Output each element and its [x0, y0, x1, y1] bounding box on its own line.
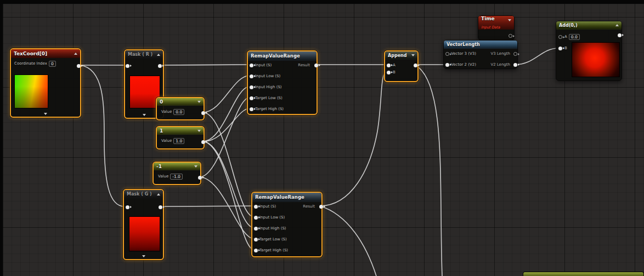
node-vectorlength-header[interactable]: VectorLength [444, 41, 517, 49]
wire-texcoord-maskg[interactable] [80, 65, 125, 206]
expand-toggle-icon[interactable] [142, 255, 145, 257]
add-a-value-box[interactable]: 0.0 [569, 34, 580, 40]
append-b-input-pin[interactable] [387, 71, 391, 74]
wire-remap2-append-b[interactable] [320, 72, 386, 206]
vectorlength-v3-input-pin[interactable] [445, 52, 449, 56]
wire-maskg-remap2[interactable] [161, 206, 254, 206]
remap-bottom-inputhigh-pin[interactable] [254, 227, 258, 231]
pin-label: Vector 2 (V2) [451, 62, 476, 67]
vectorlength-v2-input-pin[interactable] [445, 63, 449, 67]
mask-r-output-pin[interactable] [158, 64, 162, 68]
mask-g-preview [129, 216, 160, 251]
wire-maskr-remap1[interactable] [160, 65, 250, 65]
add-b-input-pin[interactable] [558, 47, 562, 50]
node-remap-top-header[interactable]: RemapValueRange [248, 51, 317, 61]
coordinate-index-value[interactable]: 0 [49, 61, 56, 67]
node-vectorlength[interactable]: VectorLength Vector 3 (V3) V3 Length Vec… [443, 40, 518, 69]
node-append[interactable]: Append A B [384, 50, 419, 82]
mask-g-output-pin[interactable] [159, 205, 162, 209]
node-constant-1[interactable]: 1 Value 1.0 [156, 126, 205, 150]
node-title: RemapValueRange [251, 53, 314, 59]
remap-top-result-pin[interactable] [314, 64, 318, 67]
remap-top-targetlow-pin[interactable] [250, 96, 253, 100]
value-box[interactable]: -1.0 [170, 174, 183, 180]
node-constant-neg1[interactable]: -1 Value -1.0 [152, 162, 201, 185]
collapse-up-icon[interactable] [615, 24, 619, 26]
coordinate-index-row: Coordinate Index 0 [14, 61, 72, 67]
time-output-pin[interactable] [509, 34, 512, 38]
pin-label: Input Low (S) [255, 74, 280, 78]
node-constant-1-header[interactable]: 1 [157, 127, 204, 135]
collapse-up-icon[interactable] [74, 53, 77, 55]
collapse-down-icon[interactable] [194, 165, 197, 168]
node-mask-r-header[interactable]: Mask ( R ) [125, 50, 163, 59]
vectorlength-v2length-output-pin[interactable] [513, 63, 517, 67]
mask-g-input-pin[interactable] [126, 205, 129, 209]
node-mask-g-header[interactable]: Mask ( G ) [124, 190, 163, 199]
wire-c0-remap1-low[interactable] [203, 76, 250, 112]
mask-r-input-pin[interactable] [126, 64, 129, 68]
value-row: Value -1.0 [158, 174, 183, 180]
material-graph-canvas[interactable]: TexCoord[0] Coordinate Index 0 Mask ( R … [0, 0, 644, 276]
node-remap-bottom[interactable]: RemapValueRange Input (S) Result Input L… [251, 192, 323, 257]
remap-bottom-inputlow-pin[interactable] [254, 216, 258, 220]
remap-bottom-targethigh-pin[interactable] [254, 249, 258, 252]
node-time-header[interactable]: Time Input Data [478, 16, 514, 30]
collapse-up-icon[interactable] [157, 54, 160, 56]
node-texcoord-header[interactable]: TexCoord[0] [11, 49, 80, 58]
collapse-down-icon[interactable] [508, 19, 511, 21]
node-remap-top[interactable]: RemapValueRange Input (S) Result Input L… [247, 50, 318, 115]
pin-label: Input (S) [259, 204, 276, 209]
node-constant-neg1-header[interactable]: -1 [154, 163, 200, 170]
append-output-pin[interactable] [414, 64, 417, 67]
texcoord-preview [14, 74, 48, 108]
remap-top-input-pin[interactable] [250, 64, 253, 67]
node-append-header[interactable]: Append [385, 51, 417, 60]
node-subtitle: Input Data [481, 26, 500, 30]
value-label: Value [158, 174, 168, 179]
partial-node-header[interactable] [523, 272, 644, 276]
constant-neg1-output-pin[interactable] [198, 176, 202, 180]
add-output-pin[interactable] [618, 33, 622, 37]
node-constant-0[interactable]: 0 Value 0.0 [156, 97, 205, 120]
node-add[interactable]: Add(0,) A 0.0 B [556, 21, 622, 81]
remap-top-inputhigh-pin[interactable] [250, 85, 253, 89]
collapse-down-icon[interactable] [411, 54, 415, 56]
node-mask-g[interactable]: Mask ( G ) [123, 189, 164, 260]
wire-c1-remap1-thigh[interactable] [203, 108, 250, 141]
texcoord-output-pin[interactable] [77, 64, 81, 68]
wire-append-down[interactable] [415, 65, 442, 276]
remap-bottom-result-pin[interactable] [319, 205, 323, 209]
pin-row: Input Low (S) [255, 74, 280, 78]
append-a-input-pin[interactable] [387, 64, 391, 67]
remap-top-inputlow-pin[interactable] [250, 74, 253, 78]
node-constant-0-header[interactable]: 0 [157, 98, 204, 106]
collapse-down-icon[interactable] [197, 101, 201, 103]
node-texcoord[interactable]: TexCoord[0] Coordinate Index 0 [10, 48, 81, 118]
wire-remap2-down[interactable] [320, 206, 376, 276]
constant-0-output-pin[interactable] [201, 111, 205, 115]
node-title: TexCoord[0] [14, 51, 72, 56]
remap-top-targethigh-pin[interactable] [250, 107, 253, 111]
node-title: 0 [160, 99, 195, 105]
wire-v2length-add-b[interactable] [515, 48, 558, 65]
value-box[interactable]: 0.0 [173, 109, 184, 115]
node-add-header[interactable]: Add(0,) [556, 21, 622, 30]
wire-c0-remap2-low[interactable] [203, 112, 254, 217]
expand-toggle-icon[interactable] [143, 114, 146, 116]
vectorlength-v3length-output-pin[interactable] [513, 52, 517, 56]
expand-toggle-icon[interactable] [44, 113, 47, 115]
add-a-input-pin[interactable] [558, 35, 562, 39]
collapse-down-icon[interactable] [197, 130, 201, 132]
node-remap-bottom-header[interactable]: RemapValueRange [252, 193, 321, 202]
pin-label: Input (S) [255, 63, 272, 67]
remap-bottom-input-pin[interactable] [254, 205, 258, 209]
remap-bottom-targetlow-pin[interactable] [254, 238, 258, 242]
constant-1-output-pin[interactable] [201, 140, 205, 144]
collapse-up-icon[interactable] [157, 193, 160, 196]
wire-c1-remap2-high[interactable] [203, 141, 254, 228]
value-box[interactable]: 1.0 [173, 138, 184, 144]
wire-cm1-remap1-tlow[interactable] [200, 97, 250, 177]
wire-cm1-remap2-tlow[interactable] [200, 177, 254, 239]
node-time[interactable]: Time Input Data [478, 15, 515, 41]
